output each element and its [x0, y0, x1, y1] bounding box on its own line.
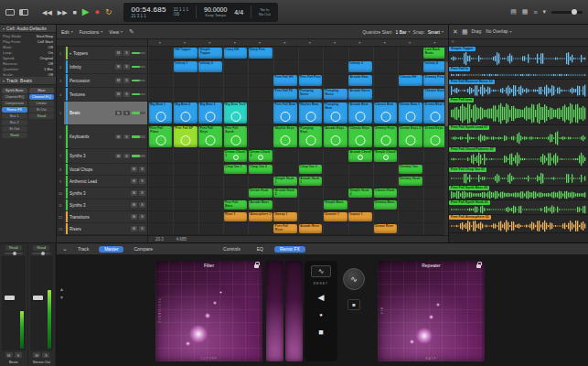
solo-button[interactable]: S — [42, 352, 49, 358]
loop-cell[interactable]: Dream Beat 1 — [399, 102, 422, 124]
loop-cell[interactable]: Skyline Beat — [299, 102, 323, 124]
mute-button[interactable]: M — [115, 50, 122, 56]
automation-mode-button[interactable]: Read — [2, 133, 27, 138]
plugin-slot[interactable]: Channel EQ — [29, 94, 55, 100]
loop-cell[interactable]: Arcade Riser — [299, 224, 323, 233]
plugin-slot[interactable]: Limiter — [29, 101, 55, 106]
pan-slider[interactable] — [32, 253, 50, 254]
mute-button[interactable]: M — [5, 352, 13, 358]
tab-controls[interactable]: Controls — [218, 246, 246, 253]
mini-pad-1[interactable] — [266, 261, 283, 361]
collapse-chevron-icon[interactable]: ⌄ — [62, 245, 68, 253]
loop-cell[interactable]: Arcade Hook 2 — [273, 188, 297, 198]
scene-trigger-icon[interactable]: ▾ — [358, 40, 360, 45]
audio-region-row[interactable]: Free Fall Chord Patterns 07 — [449, 147, 588, 167]
pan-knob[interactable] — [41, 252, 45, 255]
solo-button[interactable]: S — [123, 78, 130, 83]
loop-cell[interactable]: Free Fall Perc — [299, 75, 323, 86]
loop-cell[interactable]: Free Fall Bass — [224, 200, 248, 210]
quantize-start-select[interactable]: 1 Bar ▾ — [396, 29, 411, 35]
scene-trigger-icon[interactable]: ▾ — [409, 40, 411, 45]
cell-inspector-header[interactable]: ▾ Cell: Audio Defaults — [0, 25, 56, 33]
scene-ruler[interactable]: ▾▾▾▾▾▾▾▾▾▾▾▾ — [148, 39, 448, 47]
track-header-vocal-chops[interactable]: 8Vocal ChopsMS — [57, 164, 147, 176]
track-volume-slider[interactable] — [132, 52, 145, 55]
solo-button[interactable]: S — [139, 214, 145, 220]
mute-button[interactable]: M — [131, 226, 137, 231]
browser-icon[interactable]: ≡ — [533, 9, 537, 16]
output-slot[interactable]: St Out — [2, 126, 27, 132]
send-slot[interactable]: Bus 2 — [2, 120, 27, 125]
edit-menu[interactable]: Edit ▾ — [61, 29, 73, 35]
loop-cell[interactable]: Dream Chord 1 — [224, 150, 248, 162]
tab-master[interactable]: Master — [99, 246, 123, 253]
loop-cell[interactable]: Pumping Beat — [324, 102, 347, 124]
mute-button[interactable]: M — [131, 178, 137, 184]
loop-cell[interactable]: Big Beat 3 — [198, 102, 222, 124]
loop-cell[interactable]: Riser 1 — [224, 212, 248, 221]
loop-cell[interactable]: Arcade Hook 1 — [299, 177, 323, 186]
loop-cell[interactable]: Big Beat 2 — [174, 102, 198, 124]
loop-cell[interactable]: Chop Vox 3 — [299, 165, 323, 174]
mixer-icon[interactable]: ▦ — [522, 8, 529, 16]
solo-button[interactable]: S — [15, 352, 22, 358]
audio-region-row[interactable]: Free Fall beat — [449, 98, 588, 125]
loop-cell[interactable]: Free Fall Riser — [273, 224, 297, 233]
solo-button[interactable]: S — [123, 111, 130, 116]
pan-slider[interactable] — [5, 253, 23, 254]
loop-cell[interactable]: Simple Hook 2 — [348, 188, 372, 198]
track-header-infinity[interactable]: 2InfinityMS — [57, 60, 147, 74]
back-button[interactable]: ◀ — [312, 290, 330, 305]
scene-trigger-icon[interactable]: ▾ — [184, 40, 186, 45]
forward-button[interactable]: ▶▶ — [58, 9, 68, 16]
track-volume-slider[interactable] — [132, 155, 145, 157]
cycle-button[interactable]: ↻ — [105, 8, 112, 16]
play-button[interactable]: ▶ — [82, 7, 90, 16]
loop-cell[interactable]: Pumping Keys — [299, 126, 323, 147]
output-slot[interactable]: St Out — [29, 107, 55, 113]
solo-button[interactable]: S — [139, 226, 145, 231]
scene-trigger-icon[interactable]: ▾ — [208, 40, 210, 45]
mute-button[interactable]: M — [115, 92, 122, 97]
solo-button[interactable]: S — [139, 202, 145, 208]
track-header-transitions[interactable]: 12TransitionsMS — [57, 211, 147, 223]
solo-button[interactable]: S — [123, 92, 130, 97]
chevron-up-icon[interactable]: ▲ — [59, 286, 64, 292]
loop-cell[interactable]: Chop Vox 1 — [224, 165, 248, 174]
group-disclosure-icon[interactable]: ▾ — [69, 51, 71, 56]
loop-cell[interactable]: Skyline Keys — [273, 126, 297, 147]
smart-controls-icon[interactable]: ▾ — [542, 8, 546, 16]
loop-cell[interactable]: Big Beat Tech — [224, 102, 248, 124]
bar-ruler[interactable]: 9 — [449, 39, 588, 47]
chevron-down-icon[interactable]: ▼ — [59, 295, 64, 300]
loop-cell[interactable]: Dreamy Vox — [399, 165, 422, 174]
setting-button[interactable]: Main — [29, 88, 55, 93]
mute-button[interactable]: M — [131, 202, 137, 208]
loop-cell[interactable]: Atmosphere 1 — [249, 212, 273, 221]
track-header-synths-3[interactable]: 7Synths 3MS — [57, 149, 147, 164]
loop-cell[interactable]: Chop Vox 2 — [249, 165, 273, 174]
loop-cell[interactable]: Classic Hook — [374, 188, 398, 198]
track-volume-slider[interactable] — [132, 66, 145, 69]
loop-cell[interactable]: Classic HH — [399, 75, 422, 86]
disclosure-triangle-icon[interactable]: ▾ — [3, 27, 5, 31]
audio-region-row[interactable]: Free Fall Atmosphere 02 — [449, 215, 588, 233]
functions-menu[interactable]: Functions ▾ — [80, 29, 103, 35]
audio-region-row[interactable]: Free Fall Reverse Noise 10 — [449, 80, 588, 98]
stop-button[interactable]: ■ — [73, 9, 77, 16]
audio-region-row[interactable]: Simple Topper — [449, 47, 588, 67]
audio-region-row[interactable]: Free Fall Synth Lead 07 — [449, 125, 588, 147]
track-header-keyboards[interactable]: 6KeyboardsMS — [57, 125, 147, 149]
track-header-risers[interactable]: 13RisersMS — [57, 223, 147, 235]
loop-cell[interactable]: Sweep 1 — [273, 212, 297, 221]
pencil-tool-icon[interactable]: ✎ — [129, 28, 134, 36]
scene-trigger-icon[interactable]: ▾ — [283, 40, 285, 45]
loop-cell[interactable]: Dream Chord 2 — [249, 150, 273, 162]
snap-select[interactable]: Smart ▾ — [428, 29, 444, 35]
loop-cell[interactable]: Downer 1 — [324, 212, 347, 221]
mute-button[interactable]: M — [131, 167, 137, 172]
loop-cell[interactable]: Deep Perc — [249, 48, 273, 59]
master-volume-knob[interactable] — [572, 9, 577, 15]
loop-cell[interactable]: Simple Chord — [374, 150, 398, 162]
filter-xy-pad[interactable]: Filter RESONANCE CUTOFF — [155, 261, 262, 361]
